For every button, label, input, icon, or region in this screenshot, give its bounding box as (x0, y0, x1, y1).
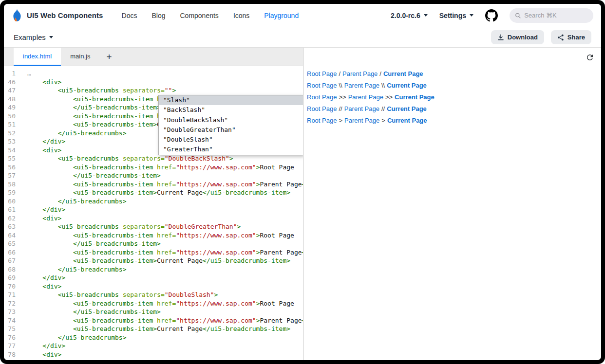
line-number: 57 (4, 171, 22, 180)
code-line[interactable]: 75 <ui5-breadcrumbs-item>Current Page</u… (4, 325, 303, 333)
breadcrumb-link[interactable]: Parent Page (342, 70, 378, 77)
new-tab-button[interactable]: + (99, 48, 118, 66)
share-icon (557, 34, 564, 41)
tab-index-html[interactable]: index.html (14, 48, 61, 66)
search-input[interactable] (524, 12, 588, 19)
code-text: </ui5-breadcrumbs-item> (22, 308, 161, 316)
code-line[interactable]: 59 <ui5-breadcrumbs-item>Current Page</u… (4, 188, 303, 197)
code-line[interactable]: 56 <ui5-breadcrumbs-item href="https://w… (4, 163, 303, 172)
code-line[interactable]: 57 </ui5-breadcrumbs-item> (4, 171, 303, 180)
code-line[interactable]: 64 <ui5-breadcrumbs-item href="https://w… (4, 231, 303, 240)
breadcrumb-link[interactable]: Parent Page (344, 82, 379, 89)
line-number: 65 (4, 239, 22, 248)
breadcrumb-link[interactable]: Root Page (307, 93, 337, 101)
code-line[interactable]: 58 <ui5-breadcrumbs-item href="https://w… (4, 180, 303, 189)
github-icon[interactable] (485, 9, 498, 22)
share-label: Share (567, 34, 585, 41)
code-line[interactable]: 62 <div> (4, 214, 303, 223)
code-line[interactable]: 73 </ui5-breadcrumbs-item> (4, 308, 303, 316)
code-line[interactable]: 71 <ui5-breadcrumbs separators="DoubleSl… (4, 291, 303, 299)
code-text: </ui5-breadcrumbs-item> (22, 103, 161, 112)
tab-main-js[interactable]: main.js (61, 48, 99, 66)
brand[interactable]: UI5 Web Components (12, 9, 103, 22)
code-line[interactable]: 1… (4, 69, 303, 78)
breadcrumb-link[interactable]: Root Page (307, 105, 337, 112)
line-number: 67 (4, 256, 22, 265)
examples-dropdown[interactable]: Examples (14, 33, 53, 41)
nav-link-icons[interactable]: Icons (233, 12, 249, 19)
line-number: 75 (4, 325, 22, 333)
code-line[interactable]: 66 <ui5-breadcrumbs-item href="https://w… (4, 248, 303, 257)
breadcrumb-link[interactable]: Root Page (307, 70, 337, 77)
code-text: … (22, 69, 31, 78)
code-text: <div> (22, 350, 61, 359)
line-number: 56 (4, 163, 22, 172)
code-line[interactable]: 46 <div> (4, 78, 303, 87)
code-line[interactable]: 61 </div> (4, 205, 303, 214)
breadcrumb: Root Page>Parent Page>Current Page (307, 117, 596, 124)
code-line[interactable]: 69 </div> (4, 273, 303, 282)
line-number: 69 (4, 273, 22, 282)
autocomplete-item[interactable]: "DoubleGreaterThan" (159, 125, 303, 135)
nav-link-components[interactable]: Components (180, 12, 218, 19)
autocomplete-item[interactable]: "BackSlash" (159, 105, 303, 115)
autocomplete-item[interactable]: "DoubleSlash" (159, 135, 303, 145)
refresh-button[interactable] (586, 53, 594, 62)
code-line[interactable]: 67 <ui5-breadcrumbs-item>Current Page</u… (4, 256, 303, 265)
breadcrumb-current: Current Page (387, 105, 427, 112)
code-text: </ui5-breadcrumbs> (22, 197, 127, 206)
code-text: <div> (22, 214, 61, 223)
code-line[interactable]: 76 </ui5-breadcrumbs> (4, 333, 303, 342)
line-number: 72 (4, 299, 22, 308)
code-line[interactable]: 68 </ui5-breadcrumbs> (4, 265, 303, 274)
line-number: 46 (4, 78, 22, 87)
download-label: Download (508, 34, 538, 41)
code-text: </div> (22, 273, 65, 282)
code-line[interactable]: 63 <ui5-breadcrumbs separators="DoubleGr… (4, 222, 303, 231)
breadcrumb-link[interactable]: Root Page (307, 82, 337, 89)
code-text: <ui5-breadcrumbs-item>Current Page</ui5-… (22, 188, 290, 197)
breadcrumb-link[interactable]: Parent Page (344, 117, 379, 124)
code-text: </div> (22, 137, 65, 146)
breadcrumb-separator: // (339, 105, 342, 112)
code-line[interactable]: 72 <ui5-breadcrumbs-item href="https://w… (4, 299, 303, 308)
breadcrumb-link[interactable]: Parent Page (344, 105, 379, 112)
settings-label: Settings (439, 12, 466, 19)
code-line[interactable]: 55 <ui5-breadcrumbs separators="DoubleBa… (4, 154, 303, 163)
search-box[interactable] (510, 8, 593, 23)
refresh-icon (586, 53, 594, 62)
code-text: </div> (22, 342, 65, 350)
code-text: <ui5-breadcrumbs-item>Current Page</ui5-… (22, 256, 290, 265)
nav-link-docs[interactable]: Docs (122, 12, 137, 19)
breadcrumb: Root Page//Parent Page//Current Page (307, 105, 596, 112)
nav-link-playground[interactable]: Playground (264, 12, 299, 19)
code-line[interactable]: 47 <ui5-breadcrumbs separators=""> (4, 86, 303, 95)
share-button[interactable]: Share (551, 30, 591, 44)
code-text: <ui5-breadcrumbs-item href="https://www.… (22, 299, 294, 308)
code-line[interactable]: 65 </ui5-breadcrumbs-item> (4, 239, 303, 248)
code-text: <ui5-breadcrumbs-item href="https://www.… (22, 231, 294, 240)
breadcrumb-separator: > (381, 117, 385, 124)
version-dropdown[interactable]: 2.0.0-rc.6 (391, 12, 428, 19)
code-text: <ui5-breadcrumbs-item href="https://www.… (22, 163, 294, 172)
autocomplete-item[interactable]: "DoubleBackSlash" (159, 115, 303, 125)
autocomplete-item[interactable]: "GreaterThan" (159, 145, 303, 154)
autocomplete-item[interactable]: "Slash" (159, 95, 303, 105)
breadcrumb-link[interactable]: Root Page (307, 117, 337, 124)
code-line[interactable]: 77 </div> (4, 342, 303, 350)
preview-breadcrumbs: Root Page/Parent Page/Current PageRoot P… (307, 70, 596, 124)
download-icon (497, 34, 504, 41)
top-navbar: UI5 Web Components DocsBlogComponentsIco… (4, 4, 601, 27)
code-line[interactable]: 74 <ui5-breadcrumbs-item href="https://w… (4, 316, 303, 325)
breadcrumb: Root Page\\Parent Page\\Current Page (307, 82, 596, 89)
line-number: 78 (4, 350, 22, 359)
code-text: <div> (22, 146, 61, 155)
settings-dropdown[interactable]: Settings (439, 12, 473, 19)
line-number: 63 (4, 222, 22, 231)
breadcrumb-link[interactable]: Parent Page (348, 93, 383, 101)
nav-link-blog[interactable]: Blog (151, 12, 165, 19)
code-line[interactable]: 70 <div> (4, 282, 303, 291)
download-button[interactable]: Download (491, 30, 544, 44)
code-line[interactable]: 78 <div> (4, 350, 303, 359)
code-line[interactable]: 60 </ui5-breadcrumbs> (4, 197, 303, 206)
